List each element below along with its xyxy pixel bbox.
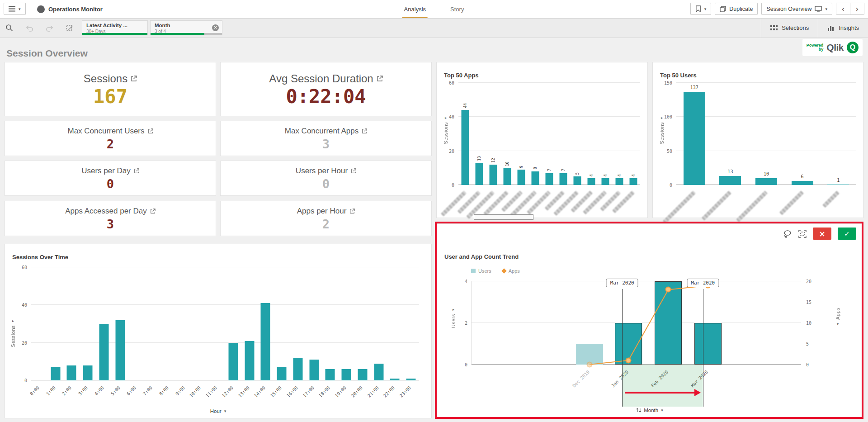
x-axis-scrollbar[interactable] — [474, 214, 533, 220]
selection-range-band[interactable] — [622, 365, 703, 407]
line-point[interactable] — [586, 362, 592, 368]
kpi-users-per-day[interactable]: Users per Day 0 — [5, 161, 216, 196]
bar[interactable] — [827, 185, 849, 185]
clear-all-selections-button[interactable] — [66, 24, 74, 32]
axis-expand-icon[interactable]: ▸ — [445, 116, 447, 120]
bar[interactable] — [406, 379, 416, 380]
bar[interactable] — [277, 367, 287, 380]
bar[interactable] — [518, 170, 525, 185]
next-sheet-button[interactable]: › — [850, 3, 864, 14]
x-tick-label: 12:00 — [221, 385, 234, 398]
axis-expand-icon[interactable]: ▸ — [661, 116, 663, 120]
bar[interactable] — [573, 176, 581, 185]
bar[interactable] — [587, 178, 595, 185]
axis-expand-icon[interactable]: ▸ — [453, 308, 454, 312]
tab-story[interactable]: Story — [448, 0, 466, 18]
bar[interactable] — [261, 303, 270, 380]
legend-item-apps[interactable]: Apps — [502, 268, 520, 274]
sheet-selector-button[interactable]: Session Overview ▾ — [761, 3, 832, 15]
selection-range-handle[interactable] — [622, 289, 623, 407]
bar[interactable] — [490, 165, 497, 185]
bar[interactable] — [792, 181, 813, 185]
chart-top-50-apps[interactable]: Top 50 Apps ▸Sessions 020406044131210987… — [436, 62, 648, 218]
link-out-icon[interactable] — [362, 128, 367, 134]
bar[interactable] — [374, 364, 383, 381]
insights-button[interactable]: Insights — [818, 18, 868, 38]
bar[interactable] — [755, 178, 777, 185]
undo-selection-button[interactable] — [25, 24, 33, 32]
kpi-apps-accessed-per-day[interactable]: Apps Accessed per Day 3 — [5, 201, 216, 236]
bar[interactable] — [99, 324, 108, 380]
bar[interactable] — [546, 173, 553, 185]
bar[interactable] — [684, 92, 705, 185]
bar[interactable] — [245, 341, 254, 381]
bar[interactable] — [601, 178, 609, 185]
bar[interactable] — [342, 369, 351, 380]
bar[interactable] — [719, 176, 741, 185]
link-out-icon[interactable] — [377, 76, 383, 82]
x-tick-label: Dec 2019 — [571, 370, 590, 389]
duplicate-button[interactable]: Duplicate — [715, 3, 758, 15]
kpi-avg-session-duration[interactable]: Avg Session Duration 0:22:04 — [220, 62, 432, 116]
chart-sessions-over-time[interactable]: Sessions Over Time ▸Sessions 02040600:00… — [5, 244, 432, 418]
kpi-apps-per-hour[interactable]: Apps per Hour 2 — [220, 201, 432, 236]
bar[interactable] — [390, 379, 400, 380]
bar[interactable] — [83, 365, 93, 380]
x-tick-label: 11:00 — [205, 385, 218, 398]
bar[interactable] — [326, 369, 335, 380]
bar[interactable] — [309, 360, 319, 380]
plot-area[interactable]: 050100150137131061 — [676, 83, 856, 185]
bar[interactable] — [559, 173, 567, 185]
kpi-max-concurrent-apps[interactable]: Max Concurrent Apps 3 — [220, 121, 432, 156]
kpi-max-concurrent-users[interactable]: Max Concurrent Users 2 — [5, 121, 216, 156]
clear-selection-icon[interactable]: × — [212, 24, 219, 31]
chart-user-app-count-trend[interactable]: × ✓ User and App Count Trend Users Apps … — [437, 223, 862, 417]
confirm-selection-button[interactable]: ✓ — [838, 228, 856, 240]
line-point[interactable] — [665, 287, 671, 293]
axis-expand-icon[interactable]: ▸ — [12, 319, 14, 323]
redo-selection-button[interactable] — [46, 24, 54, 32]
y-tick-label: 40 — [449, 114, 454, 119]
line-point[interactable] — [626, 357, 632, 363]
bar[interactable] — [462, 110, 469, 185]
app-identity[interactable]: Operations Monitor — [37, 0, 103, 18]
selection-range-handle[interactable] — [703, 289, 703, 407]
bar[interactable] — [504, 168, 511, 185]
selection-chip-month[interactable]: Month 3 of 4 × — [150, 20, 222, 35]
chart-top-50-users[interactable]: Top 50 Users ▸Sessions 05010015013713106… — [652, 62, 863, 218]
plot-area[interactable]: 02040600:001:002:003:004:005:006:007:008… — [31, 267, 419, 380]
selections-tool-button[interactable]: Selections — [761, 18, 818, 38]
global-menu-button[interactable]: ▾ — [4, 3, 26, 15]
kpi-sessions[interactable]: Sessions 167 — [5, 62, 216, 116]
bar[interactable] — [115, 320, 125, 380]
link-out-icon[interactable] — [150, 209, 156, 214]
bar[interactable] — [532, 171, 539, 185]
bookmarks-button[interactable]: ▾ — [690, 3, 712, 15]
x-axis-control[interactable]: Month▾ — [636, 408, 663, 413]
lasso-selection-button[interactable] — [783, 230, 792, 238]
link-out-icon[interactable] — [349, 209, 355, 214]
bar[interactable] — [629, 178, 637, 185]
cancel-selection-button[interactable]: × — [813, 228, 831, 240]
bar[interactable] — [228, 343, 238, 380]
bar[interactable] — [51, 367, 60, 380]
link-out-icon[interactable] — [134, 168, 139, 174]
bar[interactable] — [67, 365, 76, 380]
bar[interactable] — [615, 178, 623, 185]
smart-search-button[interactable] — [5, 24, 13, 32]
link-out-icon[interactable] — [131, 76, 137, 82]
bar[interactable] — [293, 358, 302, 380]
link-out-icon[interactable] — [148, 128, 153, 134]
kpi-users-per-hour[interactable]: Users per Hour 0 — [220, 161, 432, 196]
x-axis-control[interactable]: Hour▾ — [210, 408, 226, 414]
link-out-icon[interactable] — [351, 168, 356, 174]
plot-area[interactable]: 020406044131210987754444 — [458, 83, 640, 185]
selection-chip-latest-activity[interactable]: Latest Activity ... 30+ Days — [82, 20, 148, 35]
plot-area[interactable]: 02405101520Dec 2019Jan 2020Feb 2020Mar 2… — [471, 281, 801, 365]
legend-item-users[interactable]: Users — [471, 268, 491, 274]
bar[interactable] — [358, 369, 367, 380]
tab-analysis[interactable]: Analysis — [402, 0, 428, 18]
previous-sheet-button[interactable]: ‹ — [836, 3, 850, 14]
clear-range-button[interactable] — [798, 230, 807, 238]
bar[interactable] — [476, 163, 483, 185]
